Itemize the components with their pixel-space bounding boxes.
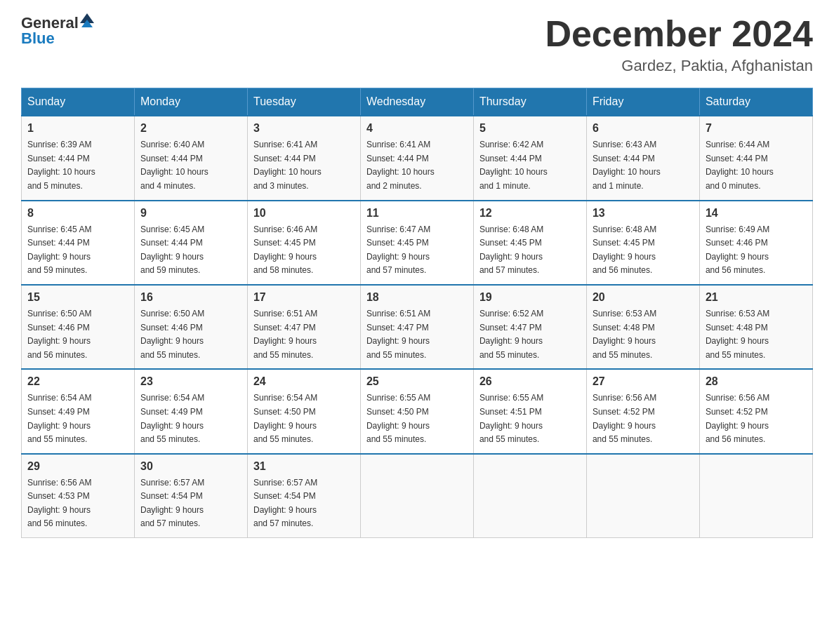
calendar-day-cell: 10 Sunrise: 6:46 AMSunset: 4:45 PMDaylig… [247,201,360,285]
day-number: 6 [593,122,694,135]
page: General Blue December 2024 Gardez, Pakti… [0,0,834,644]
calendar-week-row: 15 Sunrise: 6:50 AMSunset: 4:46 PMDaylig… [22,285,813,369]
day-number: 12 [479,207,581,220]
day-info: Sunrise: 6:52 AMSunset: 4:47 PMDaylight:… [479,309,543,360]
calendar-day-cell: 28 Sunrise: 6:56 AMSunset: 4:52 PMDaylig… [699,369,812,453]
header-right: December 2024 Gardez, Paktia, Afghanista… [545,14,813,75]
day-info: Sunrise: 6:41 AMSunset: 4:44 PMDaylight:… [366,140,435,191]
header-wednesday: Wednesday [360,88,473,116]
calendar-day-cell: 23 Sunrise: 6:54 AMSunset: 4:49 PMDaylig… [134,369,247,453]
calendar-week-row: 29 Sunrise: 6:56 AMSunset: 4:53 PMDaylig… [22,454,813,538]
day-number: 15 [27,291,128,304]
header-tuesday: Tuesday [247,88,360,116]
day-info: Sunrise: 6:48 AMSunset: 4:45 PMDaylight:… [593,224,656,276]
calendar-day-cell: 18 Sunrise: 6:51 AMSunset: 4:47 PMDaylig… [360,285,473,369]
day-number: 10 [253,207,355,220]
day-number: 18 [366,291,468,304]
header-saturday: Saturday [699,88,812,116]
day-number: 27 [593,375,694,388]
day-info: Sunrise: 6:39 AMSunset: 4:44 PMDaylight:… [27,140,95,191]
calendar-day-cell: 31 Sunrise: 6:57 AMSunset: 4:54 PMDaylig… [247,454,360,538]
calendar-day-cell: 25 Sunrise: 6:55 AMSunset: 4:50 PMDaylig… [360,369,473,453]
calendar-day-cell: 27 Sunrise: 6:56 AMSunset: 4:52 PMDaylig… [586,369,699,453]
calendar-day-cell: 16 Sunrise: 6:50 AMSunset: 4:46 PMDaylig… [134,285,247,369]
calendar-day-cell: 2 Sunrise: 6:40 AMSunset: 4:44 PMDayligh… [134,116,247,200]
day-info: Sunrise: 6:48 AMSunset: 4:45 PMDaylight:… [479,224,543,276]
day-number: 29 [27,460,128,473]
calendar-day-cell: 19 Sunrise: 6:52 AMSunset: 4:47 PMDaylig… [473,285,586,369]
day-number: 31 [253,460,355,473]
day-info: Sunrise: 6:55 AMSunset: 4:50 PMDaylight:… [366,393,430,444]
calendar-day-cell [360,454,473,538]
day-number: 16 [140,291,241,304]
calendar-day-cell: 1 Sunrise: 6:39 AMSunset: 4:44 PMDayligh… [22,116,135,200]
day-number: 19 [479,291,581,304]
calendar-day-cell: 26 Sunrise: 6:55 AMSunset: 4:51 PMDaylig… [473,369,586,453]
day-number: 14 [706,207,807,220]
day-number: 25 [366,375,468,388]
day-info: Sunrise: 6:50 AMSunset: 4:46 PMDaylight:… [27,309,91,360]
day-info: Sunrise: 6:53 AMSunset: 4:48 PMDaylight:… [593,309,656,360]
location-title: Gardez, Paktia, Afghanistan [545,57,813,75]
header: General Blue December 2024 Gardez, Pakti… [21,14,813,75]
day-info: Sunrise: 6:41 AMSunset: 4:44 PMDaylight:… [253,140,322,191]
day-info: Sunrise: 6:45 AMSunset: 4:44 PMDaylight:… [27,224,91,276]
day-number: 13 [593,207,694,220]
calendar-day-cell: 9 Sunrise: 6:45 AMSunset: 4:44 PMDayligh… [134,201,247,285]
calendar-day-cell: 20 Sunrise: 6:53 AMSunset: 4:48 PMDaylig… [586,285,699,369]
calendar-day-cell [473,454,586,538]
calendar-day-cell: 7 Sunrise: 6:44 AMSunset: 4:44 PMDayligh… [699,116,812,200]
calendar-day-cell: 14 Sunrise: 6:49 AMSunset: 4:46 PMDaylig… [699,201,812,285]
day-info: Sunrise: 6:45 AMSunset: 4:44 PMDaylight:… [140,224,204,276]
day-info: Sunrise: 6:56 AMSunset: 4:53 PMDaylight:… [27,478,91,529]
day-info: Sunrise: 6:43 AMSunset: 4:44 PMDaylight:… [593,140,661,191]
calendar-day-cell [586,454,699,538]
day-number: 26 [479,375,581,388]
day-number: 11 [366,207,468,220]
day-number: 1 [27,122,128,135]
calendar-day-cell: 13 Sunrise: 6:48 AMSunset: 4:45 PMDaylig… [586,201,699,285]
day-info: Sunrise: 6:49 AMSunset: 4:46 PMDaylight:… [706,224,769,276]
day-info: Sunrise: 6:55 AMSunset: 4:51 PMDaylight:… [479,393,543,444]
month-title: December 2024 [545,14,813,54]
day-number: 30 [140,460,241,473]
day-info: Sunrise: 6:54 AMSunset: 4:50 PMDaylight:… [253,393,317,444]
day-number: 3 [253,122,355,135]
day-number: 5 [479,122,581,135]
day-info: Sunrise: 6:51 AMSunset: 4:47 PMDaylight:… [253,309,317,360]
calendar-day-cell: 29 Sunrise: 6:56 AMSunset: 4:53 PMDaylig… [22,454,135,538]
calendar-day-cell: 21 Sunrise: 6:53 AMSunset: 4:48 PMDaylig… [699,285,812,369]
calendar-day-cell: 22 Sunrise: 6:54 AMSunset: 4:49 PMDaylig… [22,369,135,453]
calendar-week-row: 8 Sunrise: 6:45 AMSunset: 4:44 PMDayligh… [22,201,813,285]
day-info: Sunrise: 6:56 AMSunset: 4:52 PMDaylight:… [706,393,769,444]
logo: General Blue [21,14,94,48]
day-number: 23 [140,375,241,388]
calendar-day-cell: 30 Sunrise: 6:57 AMSunset: 4:54 PMDaylig… [134,454,247,538]
day-number: 21 [706,291,807,304]
day-info: Sunrise: 6:51 AMSunset: 4:47 PMDaylight:… [366,309,430,360]
day-number: 17 [253,291,355,304]
day-number: 24 [253,375,355,388]
day-info: Sunrise: 6:54 AMSunset: 4:49 PMDaylight:… [140,393,204,444]
calendar-day-cell: 15 Sunrise: 6:50 AMSunset: 4:46 PMDaylig… [22,285,135,369]
day-info: Sunrise: 6:40 AMSunset: 4:44 PMDaylight:… [140,140,208,191]
calendar-day-cell: 17 Sunrise: 6:51 AMSunset: 4:47 PMDaylig… [247,285,360,369]
day-info: Sunrise: 6:57 AMSunset: 4:54 PMDaylight:… [140,478,204,529]
calendar-day-cell [699,454,812,538]
calendar-day-cell: 12 Sunrise: 6:48 AMSunset: 4:45 PMDaylig… [473,201,586,285]
calendar-day-cell: 3 Sunrise: 6:41 AMSunset: 4:44 PMDayligh… [247,116,360,200]
day-info: Sunrise: 6:47 AMSunset: 4:45 PMDaylight:… [366,224,430,276]
calendar: Sunday Monday Tuesday Wednesday Thursday… [21,88,813,538]
day-number: 8 [27,207,128,220]
header-friday: Friday [586,88,699,116]
day-info: Sunrise: 6:50 AMSunset: 4:46 PMDaylight:… [140,309,204,360]
calendar-day-cell: 24 Sunrise: 6:54 AMSunset: 4:50 PMDaylig… [247,369,360,453]
day-info: Sunrise: 6:53 AMSunset: 4:48 PMDaylight:… [706,309,769,360]
day-number: 9 [140,207,241,220]
calendar-day-cell: 6 Sunrise: 6:43 AMSunset: 4:44 PMDayligh… [586,116,699,200]
calendar-day-cell: 5 Sunrise: 6:42 AMSunset: 4:44 PMDayligh… [473,116,586,200]
day-number: 20 [593,291,694,304]
day-number: 28 [706,375,807,388]
day-number: 4 [366,122,468,135]
calendar-day-cell: 8 Sunrise: 6:45 AMSunset: 4:44 PMDayligh… [22,201,135,285]
